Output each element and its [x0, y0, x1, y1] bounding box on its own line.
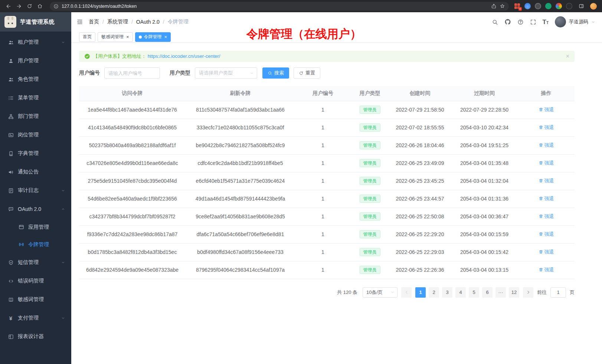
next-page-button[interactable] [523, 287, 533, 298]
tab-item[interactable]: 令牌管理× [135, 32, 171, 42]
bookmark-star-icon[interactable] [500, 3, 505, 9]
sidebar-item[interactable]: 用户管理 [0, 52, 71, 70]
extension-grid-icon[interactable]: 0 [514, 3, 520, 9]
tab-close-icon[interactable]: × [164, 34, 167, 39]
page-button-12[interactable]: 12 [509, 287, 519, 298]
share-icon[interactable] [491, 3, 497, 9]
github-icon[interactable] [504, 19, 511, 25]
page-button-1[interactable]: 1 [415, 287, 426, 298]
page-size-select[interactable]: 10条/页 [363, 287, 397, 298]
sidebar-item[interactable]: 部门管理 [0, 107, 71, 126]
success-check-icon [84, 53, 90, 59]
user-id-input[interactable] [104, 67, 160, 79]
prev-page-button[interactable] [401, 287, 412, 298]
force-logout-button[interactable]: 强退 [539, 267, 554, 273]
app-window-icon [18, 224, 24, 230]
user-menu[interactable]: 芋道源码 [555, 16, 595, 27]
page-button-3[interactable]: 3 [442, 287, 452, 298]
force-logout-button[interactable]: 强退 [539, 142, 554, 149]
sidebar-item[interactable]: 应用管理 [0, 218, 71, 236]
refresh-token-cell: 49d1aa46d1454fbd87591444423be9fa [186, 190, 295, 208]
sidebar-item[interactable]: 错误码管理 [0, 272, 71, 290]
extension-dark-icon[interactable] [535, 3, 541, 9]
browser-profile-avatar[interactable] [590, 3, 597, 10]
force-logout-button[interactable]: 强退 [539, 213, 554, 220]
back-icon[interactable] [4, 1, 13, 11]
sidebar-item[interactable]: 岗位管理 [0, 126, 71, 144]
user-type-cell: 管理员 [351, 208, 389, 225]
doc-link[interactable]: https://doc.iocoder.cn/user-center/ [148, 53, 220, 59]
more-pages-button[interactable]: ··· [495, 287, 506, 298]
force-logout-button[interactable]: 强退 [539, 106, 554, 113]
force-logout-label: 强退 [544, 249, 554, 255]
chevron-down-icon [61, 188, 65, 193]
goto-page-input[interactable] [550, 287, 566, 298]
forward-icon[interactable] [14, 1, 24, 11]
sidebar-item[interactable]: 通知公告 [0, 163, 71, 181]
sidebar-item[interactable]: 租户管理 [0, 33, 71, 52]
font-size-icon[interactable]: TT [543, 19, 549, 25]
sidebar-item-label: 支付管理 [18, 315, 57, 321]
sidebar-item[interactable]: 角色管理 [0, 70, 71, 89]
reload-icon[interactable] [24, 1, 34, 11]
chevron-down-icon [250, 71, 254, 75]
page-button-4[interactable]: 4 [455, 287, 466, 298]
sidebar-item[interactable]: 敏感词管理 [0, 290, 71, 309]
page-button-5[interactable]: 5 [469, 287, 479, 298]
home-icon[interactable] [35, 1, 45, 11]
breadcrumb-item[interactable]: 系统管理 [107, 19, 128, 25]
user-type-badge: 管理员 [360, 106, 380, 114]
extension-paw-icon[interactable] [566, 3, 572, 9]
search-button[interactable]: 搜索 [262, 67, 289, 79]
sidebar-item[interactable]: 审计日志 [0, 181, 71, 200]
collapse-menu-icon[interactable] [76, 19, 83, 25]
page-button-2[interactable]: 2 [429, 287, 439, 298]
user-type-badge: 管理员 [360, 266, 380, 274]
sidebar-item[interactable]: 令牌管理 [0, 236, 71, 253]
search-icon [268, 71, 272, 76]
user-type-placeholder: 请选择用户类型 [199, 70, 233, 76]
reset-button[interactable]: 重置 [294, 67, 320, 79]
force-logout-button[interactable]: 强退 [539, 160, 554, 166]
alert-close-icon[interactable]: × [566, 53, 569, 59]
tab-close-icon[interactable]: × [126, 34, 129, 39]
site-info-icon[interactable] [53, 4, 59, 9]
extension-drop-icon[interactable] [524, 3, 531, 9]
refresh-token-cell: b0df4980ffd34c67a08f9156e4eee733 [186, 243, 295, 261]
sidebar-item-label: 错误码管理 [18, 278, 65, 284]
side-panel-icon[interactable] [576, 1, 586, 11]
user-id-cell: 1 [295, 261, 351, 279]
active-tab-dot-icon [139, 36, 142, 39]
search-icon[interactable] [492, 19, 498, 25]
breadcrumb-item[interactable]: 首页 [89, 19, 99, 25]
trash-icon [539, 178, 543, 183]
breadcrumb-item[interactable]: OAuth 2.0 [136, 19, 160, 25]
tab-item[interactable]: 首页 [79, 32, 95, 42]
sidebar-item[interactable]: ¥支付管理 [0, 309, 71, 327]
access-token-cell: b0d1785bc3a8482f812db4a3f3bd15ec [79, 243, 186, 261]
force-logout-label: 强退 [544, 106, 554, 113]
force-logout-button[interactable]: 强退 [539, 231, 554, 238]
page-button-6[interactable]: 6 [482, 287, 493, 298]
help-icon[interactable] [517, 19, 524, 25]
force-logout-button[interactable]: 强退 [539, 195, 554, 202]
url-bar[interactable]: 127.0.0.1:1024/system/oauth2/token [50, 2, 509, 11]
sidebar-item[interactable]: 菜单管理 [0, 89, 71, 107]
sidebar-item[interactable]: OAuth 2.0 [0, 200, 71, 218]
user-type-select[interactable]: 请选择用户类型 [195, 67, 257, 79]
table-row: 6d842e2924594de9a09e45e087323abe8796295f… [79, 261, 575, 279]
fullscreen-icon[interactable] [530, 19, 536, 25]
force-logout-button[interactable]: 强退 [539, 249, 554, 255]
create-time-cell: 2022-06-25 23:49:09 [389, 154, 451, 172]
sidebar-item[interactable]: 字典管理 [0, 144, 71, 163]
extension-green-icon[interactable] [545, 3, 552, 9]
breadcrumb-separator: / [131, 19, 133, 25]
expire-time-cell: 2054-03-04 19:51:25 [451, 136, 518, 154]
sidebar-item[interactable]: 报表设计器 [0, 327, 71, 346]
force-logout-button[interactable]: 强退 [539, 178, 554, 184]
user-id-cell: 1 [295, 119, 351, 136]
tab-item[interactable]: 敏感词管理× [98, 32, 133, 42]
extension-pinwheel-icon[interactable] [556, 3, 562, 9]
sidebar-item[interactable]: 短信管理 [0, 253, 71, 272]
force-logout-button[interactable]: 强退 [539, 124, 554, 131]
